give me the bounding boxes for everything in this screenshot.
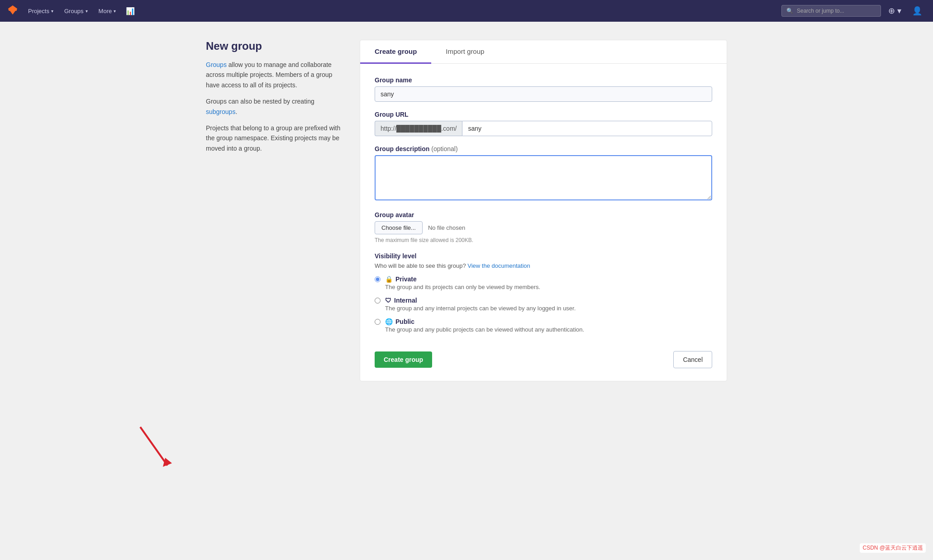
nav-projects[interactable]: Projects ▾ — [24, 5, 58, 17]
radio-internal-input[interactable] — [375, 298, 381, 304]
create-group-button[interactable]: Create group — [375, 351, 432, 368]
radio-public-title: 🌐 Public — [385, 318, 584, 325]
main-content: Create group Import group Group name Gro… — [360, 40, 727, 381]
lock-icon: 🔒 — [385, 275, 393, 283]
activity-chart-icon[interactable]: 📊 — [122, 5, 138, 17]
group-desc-label: Group description (optional) — [375, 145, 712, 152]
group-name-input[interactable] — [375, 86, 712, 102]
radio-public-block: 🌐 Public The group and any public projec… — [385, 318, 584, 333]
tab-import-group[interactable]: Import group — [431, 40, 499, 64]
sidebar: New group Groups allow you to manage and… — [206, 40, 342, 381]
radio-internal: 🛡 Internal The group and any internal pr… — [375, 297, 712, 312]
radio-private: 🔒 Private The group and its projects can… — [375, 275, 712, 290]
view-doc-link[interactable]: View the documentation — [467, 262, 530, 269]
more-chevron-icon: ▾ — [114, 9, 116, 14]
groups-chevron-icon: ▾ — [86, 9, 88, 14]
page-wrapper: New group Groups allow you to manage and… — [195, 40, 738, 381]
group-name-label: Group name — [375, 76, 712, 84]
sidebar-para3: Projects that belong to a group are pref… — [206, 123, 342, 153]
form-actions: Create group Cancel — [375, 344, 712, 368]
shield-icon: 🛡 — [385, 297, 391, 304]
radio-public: 🌐 Public The group and any public projec… — [375, 318, 712, 333]
radio-public-input[interactable] — [375, 319, 381, 325]
radio-private-block: 🔒 Private The group and its projects can… — [385, 275, 540, 290]
new-item-button[interactable]: ⊕ ▾ — [885, 4, 905, 18]
cancel-button[interactable]: Cancel — [673, 351, 712, 368]
group-name-group: Group name — [375, 76, 712, 102]
radio-internal-title: 🛡 Internal — [385, 297, 576, 304]
sidebar-para2-suffix: . — [235, 108, 237, 115]
search-icon: 🔍 — [786, 8, 793, 14]
nav-projects-label: Projects — [28, 8, 49, 14]
radio-internal-desc: The group and any internal projects can … — [385, 305, 576, 312]
sidebar-para2: Groups can also be nested by creating su… — [206, 96, 342, 117]
arrow-annotation — [127, 422, 190, 479]
form-body: Group name Group URL http://██████████.c… — [360, 64, 727, 381]
group-desc-optional: (optional) — [431, 145, 457, 152]
visibility-title: Visibility level — [375, 252, 712, 260]
page-heading: New group — [206, 40, 342, 52]
group-avatar-label: Group avatar — [375, 211, 712, 218]
search-placeholder: Search or jump to... — [797, 8, 844, 14]
nav-more-label: More — [99, 8, 112, 14]
choose-file-button[interactable]: Choose file... — [375, 221, 423, 234]
search-box[interactable]: 🔍 Search or jump to... — [781, 5, 881, 17]
group-desc-textarea[interactable] — [375, 155, 712, 200]
file-hint: The maximum file size allowed is 200KB. — [375, 237, 712, 243]
file-upload-row: Choose file... No file chosen — [375, 221, 712, 234]
url-group-row: http://██████████.com/ — [375, 121, 712, 136]
sidebar-para2-prefix: Groups can also be nested by creating — [206, 98, 314, 105]
url-prefix: http://██████████.com/ — [375, 121, 462, 136]
brand-logo — [7, 5, 18, 18]
nav-more[interactable]: More ▾ — [94, 5, 121, 17]
svg-line-0 — [140, 427, 167, 465]
group-url-group: Group URL http://██████████.com/ — [375, 111, 712, 136]
globe-icon: 🌐 — [385, 318, 393, 325]
radio-private-desc: The group and its projects can only be v… — [385, 284, 540, 290]
group-avatar-group: Group avatar Choose file... No file chos… — [375, 211, 712, 243]
subgroups-link[interactable]: subgroups — [206, 108, 235, 115]
groups-link[interactable]: Groups — [206, 61, 227, 68]
projects-chevron-icon: ▾ — [51, 9, 53, 14]
nav-groups[interactable]: Groups ▾ — [60, 5, 92, 17]
nav-groups-label: Groups — [64, 8, 84, 14]
user-avatar[interactable]: 👤 — [909, 4, 926, 18]
radio-public-desc: The group and any public projects can be… — [385, 326, 584, 333]
sidebar-para1: Groups allow you to manage and collabora… — [206, 60, 342, 90]
visibility-section: Visibility level Who will be able to see… — [375, 252, 712, 333]
svg-marker-1 — [163, 458, 172, 467]
radio-internal-block: 🛡 Internal The group and any internal pr… — [385, 297, 576, 312]
navbar-right: 🔍 Search or jump to... ⊕ ▾ 👤 — [781, 4, 926, 18]
group-url-label: Group URL — [375, 111, 712, 118]
group-url-input[interactable] — [462, 121, 712, 136]
csdn-watermark: CSDN @蓝天白云下逍遥 — [860, 543, 926, 553]
radio-private-input[interactable] — [375, 276, 381, 282]
navbar: Projects ▾ Groups ▾ More ▾ 📊 🔍 Search or… — [0, 0, 933, 22]
tab-create-group[interactable]: Create group — [360, 40, 431, 64]
no-file-text: No file chosen — [428, 224, 465, 231]
group-desc-group: Group description (optional) — [375, 145, 712, 202]
visibility-subtitle: Who will be able to see this group? View… — [375, 262, 712, 269]
tabs: Create group Import group — [360, 40, 727, 64]
radio-private-title: 🔒 Private — [385, 275, 540, 283]
